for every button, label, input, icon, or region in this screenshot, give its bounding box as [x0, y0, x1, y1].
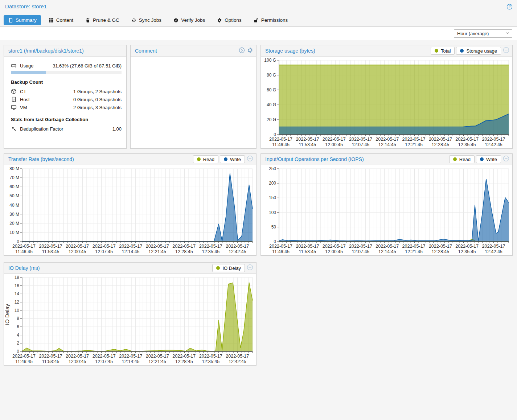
host-label: Host: [20, 97, 30, 102]
tab-options[interactable]: Options: [213, 15, 246, 25]
minus-circle-icon[interactable]: [247, 155, 253, 163]
tab-permissions[interactable]: Permissions: [249, 15, 292, 25]
tab-label: Verify Jobs: [181, 17, 205, 23]
building-icon: [11, 96, 17, 102]
svg-text:2022-05-17: 2022-05-17: [226, 354, 249, 359]
storage-usage-panel: Storage usage (bytes) Total Storage usag…: [260, 45, 513, 149]
tab-verify-jobs[interactable]: Verify Jobs: [169, 15, 209, 25]
svg-text:2022-05-17: 2022-05-17: [39, 354, 62, 359]
comment-body[interactable]: [131, 57, 256, 148]
chevron-right-circle-icon[interactable]: [239, 47, 245, 55]
legend-dot: [224, 157, 227, 161]
minus-circle-icon[interactable]: [503, 155, 509, 163]
dedup-label: Deduplication Factor: [20, 126, 63, 132]
svg-text:2022-05-17: 2022-05-17: [199, 244, 222, 249]
svg-text:2: 2: [17, 341, 19, 346]
svg-text:0: 0: [17, 239, 19, 244]
svg-text:11:53:45: 11:53:45: [299, 249, 316, 254]
svg-text:2022-05-17: 2022-05-17: [199, 354, 222, 359]
timeframe-value: Hour (average): [457, 31, 489, 36]
legend-io-delay-button[interactable]: IO Delay: [212, 264, 245, 272]
transfer-rate-chart-canvas: 010 M20 M30 M40 M50 M60 M70 M80 M2022-05…: [4, 165, 256, 255]
svg-text:12:35:45: 12:35:45: [458, 142, 476, 147]
minus-circle-icon[interactable]: [503, 47, 509, 55]
datastore-info-panel: store1 (/mnt/backup/disk1/store1) Usage …: [4, 45, 127, 149]
vm-value: 2 Groups, 3 Snapshots: [73, 105, 122, 110]
legend-label: Storage usage: [466, 48, 497, 54]
svg-text:2022-05-17: 2022-05-17: [66, 244, 89, 249]
legend-write-button[interactable]: Write: [220, 155, 245, 163]
svg-text:11:53:45: 11:53:45: [299, 142, 316, 147]
svg-text:20 G: 20 G: [267, 117, 276, 122]
svg-text:12:21:45: 12:21:45: [148, 359, 166, 364]
legend-label: Read: [203, 157, 214, 162]
svg-text:12:07:45: 12:07:45: [95, 249, 113, 254]
ct-count-row: CT 1 Groups, 2 Snapshots: [11, 88, 122, 94]
panel-header: store1 (/mnt/backup/disk1/store1): [4, 45, 126, 57]
tab-label: Prune & GC: [93, 17, 119, 23]
io-delay-panel: IO Delay (ms) IO Delay 02468101214161820…: [4, 262, 257, 366]
title-bar: Datastore: store1 ?: [0, 0, 517, 14]
book-icon: [8, 18, 13, 23]
legend-read-button[interactable]: Read: [449, 155, 475, 163]
tab-label: Content: [56, 17, 73, 23]
timeframe-select[interactable]: Hour (average): [454, 29, 512, 38]
svg-text:2022-05-17: 2022-05-17: [172, 244, 196, 249]
svg-text:2022-05-17: 2022-05-17: [269, 244, 292, 249]
usage-progress-fill: [11, 71, 46, 74]
legend-total-button[interactable]: Total: [431, 47, 455, 55]
svg-text:12:00:45: 12:00:45: [69, 359, 86, 364]
question-circle-icon: ?: [506, 5, 513, 11]
svg-text:12:07:45: 12:07:45: [352, 142, 370, 147]
svg-text:12:21:45: 12:21:45: [148, 249, 166, 254]
legend-label: IO Delay: [222, 265, 241, 271]
tab-summary[interactable]: Summary: [4, 15, 41, 25]
tab-content[interactable]: Content: [44, 15, 78, 25]
vm-label: VM: [20, 105, 27, 110]
host-count-row: Host 0 Groups, 0 Snapshots: [11, 96, 122, 102]
svg-text:12:28:45: 12:28:45: [432, 249, 450, 254]
hard-drive-icon: [11, 63, 17, 69]
legend-read-button[interactable]: Read: [193, 155, 218, 163]
tab-bar: Summary Content Prune & GC Sync Jobs Ver…: [0, 14, 517, 27]
svg-text:12:07:45: 12:07:45: [352, 249, 370, 254]
svg-text:2022-05-17: 2022-05-17: [119, 244, 142, 249]
comment-panel: Comment: [130, 45, 257, 149]
minus-circle-icon[interactable]: [247, 264, 253, 272]
iops-chart-canvas: 0501001502002502022-05-1711:46:452022-05…: [261, 165, 512, 255]
svg-text:2022-05-17: 2022-05-17: [146, 354, 169, 359]
monitor-icon: [11, 104, 17, 110]
svg-text:100 G: 100 G: [264, 58, 276, 63]
panel-title: Comment: [135, 48, 157, 54]
svg-text:12:07:45: 12:07:45: [95, 359, 113, 364]
svg-text:50 M: 50 M: [9, 193, 19, 198]
legend-dot: [480, 157, 484, 161]
legend-write-button[interactable]: Write: [476, 155, 501, 163]
panel-header: Input/Output Operations per Second (IOPS…: [261, 154, 512, 165]
svg-text:14: 14: [15, 291, 20, 296]
svg-text:12: 12: [15, 300, 20, 305]
svg-text:10: 10: [15, 308, 20, 313]
svg-text:2022-05-17: 2022-05-17: [93, 244, 116, 249]
gc-stats-heading: Stats from last Garbage Collection: [11, 117, 122, 122]
dedup-value: 1.00: [112, 126, 122, 132]
svg-text:2022-05-17: 2022-05-17: [455, 244, 479, 249]
svg-text:2022-05-17: 2022-05-17: [482, 244, 505, 249]
svg-text:12:14:45: 12:14:45: [378, 142, 396, 147]
legend-label: Write: [230, 157, 241, 162]
storage-usage-chart-canvas: 020 G40 G60 G80 G100 G2022-05-1711:46:45…: [261, 57, 512, 148]
usage-value: 31.63% (27.68 GiB of 87.51 GiB): [53, 63, 122, 69]
gear-icon[interactable]: [247, 47, 253, 55]
legend-storage-usage-button[interactable]: Storage usage: [456, 47, 501, 55]
tab-prune-gc[interactable]: Prune & GC: [81, 15, 124, 25]
help-button[interactable]: ?: [506, 4, 513, 11]
tab-sync-jobs[interactable]: Sync Jobs: [127, 15, 166, 25]
svg-text:80 G: 80 G: [267, 73, 276, 78]
legend-label: Total: [441, 48, 451, 54]
storage-usage-legend: Total Storage usage: [431, 47, 501, 55]
svg-text:2022-05-17: 2022-05-17: [93, 354, 116, 359]
svg-text:2022-05-17: 2022-05-17: [349, 137, 372, 142]
svg-text:12:42:45: 12:42:45: [485, 142, 502, 147]
svg-text:11:53:45: 11:53:45: [42, 359, 60, 364]
svg-text:11:46:45: 11:46:45: [15, 249, 33, 254]
